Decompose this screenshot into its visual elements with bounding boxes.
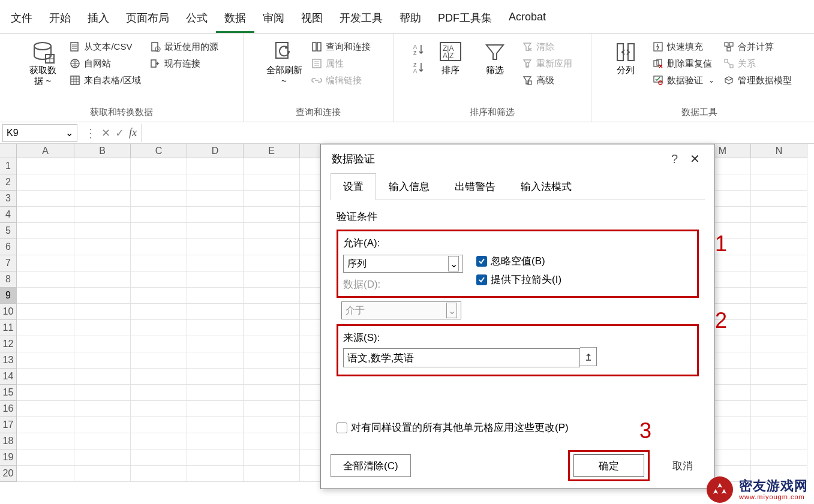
dialog-tab-3[interactable]: 输入法模式	[508, 173, 584, 200]
cell[interactable]	[187, 271, 244, 288]
cell[interactable]	[187, 336, 244, 352]
cell[interactable]	[244, 207, 300, 223]
row-header[interactable]: 18	[0, 433, 17, 449]
consolidate-button[interactable]: 合并计算	[720, 38, 794, 55]
queries-button[interactable]: 查询和连接	[308, 38, 373, 55]
cell[interactable]	[751, 417, 807, 433]
cell[interactable]	[131, 369, 187, 385]
cell[interactable]	[74, 433, 131, 449]
in-cell-dropdown-checkbox[interactable]: 提供下拉箭头(I)	[476, 270, 561, 289]
tab-PDF工具集[interactable]: PDF工具集	[429, 5, 500, 33]
existing-connections-button[interactable]: 现有连接	[147, 55, 221, 72]
cell[interactable]	[74, 320, 131, 336]
cell[interactable]	[17, 336, 74, 352]
row-header[interactable]: 16	[0, 401, 17, 417]
cell[interactable]	[74, 466, 131, 482]
cell[interactable]	[187, 417, 244, 433]
row-header[interactable]: 9	[0, 288, 17, 304]
cell[interactable]	[187, 207, 244, 223]
tab-Acrobat[interactable]: Acrobat	[500, 5, 554, 33]
column-header[interactable]: B	[74, 144, 131, 158]
cell[interactable]	[187, 174, 244, 191]
cell[interactable]	[244, 433, 300, 449]
row-header[interactable]: 20	[0, 466, 17, 482]
cell[interactable]	[17, 223, 74, 239]
cell[interactable]	[17, 304, 74, 320]
cell[interactable]	[17, 174, 74, 191]
row-header[interactable]: 3	[0, 191, 17, 207]
recent-sources-button[interactable]: 最近使用的源	[147, 38, 221, 55]
cell[interactable]	[17, 369, 74, 385]
cell[interactable]	[244, 191, 300, 207]
cell[interactable]	[17, 207, 74, 223]
ignore-blank-checkbox[interactable]: 忽略空值(B)	[476, 252, 561, 270]
cell[interactable]	[17, 288, 74, 304]
cell[interactable]	[244, 449, 300, 466]
tab-公式[interactable]: 公式	[178, 5, 216, 33]
cell[interactable]	[17, 158, 74, 174]
cell[interactable]	[131, 304, 187, 320]
cell[interactable]	[244, 336, 300, 352]
column-header[interactable]: E	[244, 144, 300, 158]
cell[interactable]	[751, 369, 807, 385]
cell[interactable]	[244, 304, 300, 320]
cell[interactable]	[74, 239, 131, 255]
cell[interactable]	[131, 336, 187, 352]
cell[interactable]	[131, 433, 187, 449]
close-button[interactable]: ✕	[686, 152, 704, 166]
get-data-button[interactable]: 获取数 据 ~	[22, 38, 63, 91]
cell[interactable]	[244, 223, 300, 239]
cell[interactable]	[244, 401, 300, 417]
cell[interactable]	[74, 369, 131, 385]
row-header[interactable]: 11	[0, 320, 17, 336]
row-header[interactable]: 2	[0, 174, 17, 191]
cell[interactable]	[17, 433, 74, 449]
cell[interactable]	[17, 417, 74, 433]
tab-开发工具[interactable]: 开发工具	[331, 5, 391, 33]
advanced-filter-button[interactable]: 高级	[519, 72, 575, 89]
cell[interactable]	[131, 158, 187, 174]
row-header[interactable]: 1	[0, 158, 17, 174]
clear-all-button[interactable]: 全部清除(C)	[331, 454, 411, 477]
cell[interactable]	[131, 320, 187, 336]
column-header[interactable]: C	[131, 144, 187, 158]
from-table-button[interactable]: 来自表格/区域	[67, 72, 143, 89]
cell[interactable]	[131, 288, 187, 304]
cell[interactable]	[74, 336, 131, 352]
cell[interactable]	[131, 191, 187, 207]
row-header[interactable]: 13	[0, 352, 17, 369]
cell[interactable]	[17, 401, 74, 417]
cell[interactable]	[17, 466, 74, 482]
cell[interactable]	[187, 385, 244, 401]
cell[interactable]	[187, 320, 244, 336]
cell[interactable]	[244, 255, 300, 271]
cell[interactable]	[74, 223, 131, 239]
cell[interactable]	[751, 271, 807, 288]
cell[interactable]	[74, 304, 131, 320]
reapply-button[interactable]: 重新应用	[519, 55, 575, 72]
cancel-formula-button[interactable]: ✕	[101, 126, 110, 140]
column-header[interactable]: A	[17, 144, 74, 158]
tab-审阅[interactable]: 审阅	[254, 5, 293, 33]
cell[interactable]	[74, 385, 131, 401]
cell[interactable]	[131, 255, 187, 271]
cell[interactable]	[131, 174, 187, 191]
filter-button[interactable]: 筛选	[474, 38, 515, 80]
cell[interactable]	[187, 369, 244, 385]
chevron-down-icon[interactable]: ⌄	[65, 127, 73, 138]
select-all-corner[interactable]	[0, 144, 17, 158]
cell[interactable]	[131, 417, 187, 433]
cell[interactable]	[187, 466, 244, 482]
cell[interactable]	[244, 288, 300, 304]
tab-插入[interactable]: 插入	[79, 5, 118, 33]
cell[interactable]	[244, 352, 300, 369]
cell[interactable]	[244, 417, 300, 433]
cell[interactable]	[187, 223, 244, 239]
cell[interactable]	[244, 369, 300, 385]
cell[interactable]	[74, 449, 131, 466]
column-header[interactable]: N	[751, 144, 807, 158]
cell[interactable]	[74, 352, 131, 369]
cell[interactable]	[187, 304, 244, 320]
cell[interactable]	[187, 255, 244, 271]
refresh-all-button[interactable]: 全部刷新 ~	[264, 38, 305, 91]
